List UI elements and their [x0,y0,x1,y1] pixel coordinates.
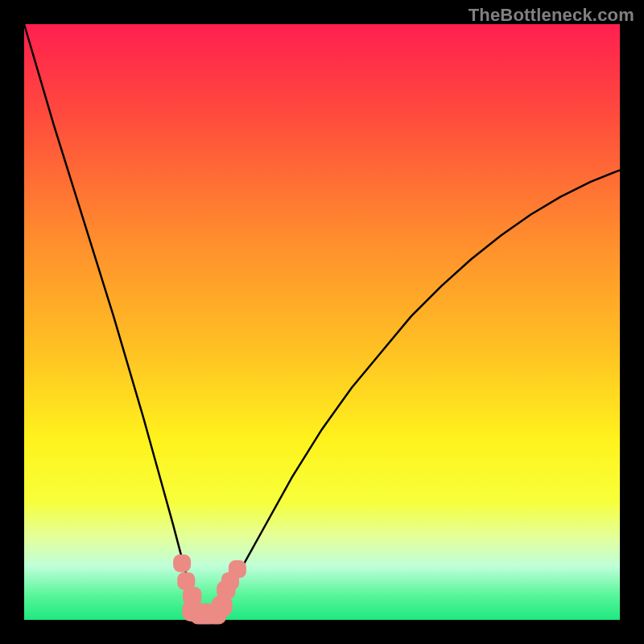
bottleneck-marker [173,555,191,572]
bottleneck-chart [0,0,644,644]
plot-background [24,24,620,620]
chart-stage: TheBottleneck.com [0,0,644,644]
bottleneck-marker [229,560,246,578]
attribution-label: TheBottleneck.com [469,5,634,26]
